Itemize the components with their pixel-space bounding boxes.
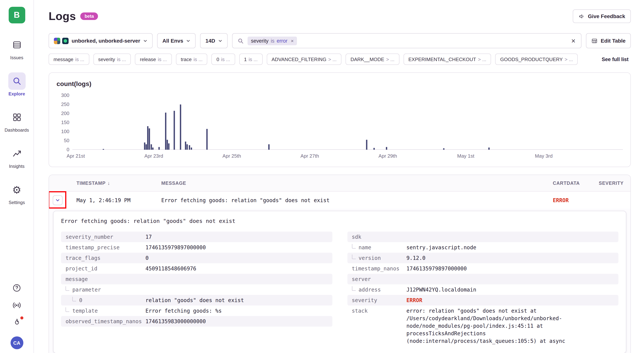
clear-search-icon[interactable]: × <box>570 37 576 44</box>
attribute-value: J12PWN42YQ.localdomain <box>406 286 614 293</box>
org-logo[interactable]: B <box>8 7 25 23</box>
attribute-row: 0relation "goods" does not exist <box>61 295 332 305</box>
attribute-chip[interactable]: 0is ... <box>212 54 235 65</box>
edit-table-button[interactable]: Edit Table <box>586 33 631 48</box>
sidebar-item-insights[interactable]: Insights <box>8 145 26 169</box>
project-icons <box>54 38 68 44</box>
chip-name: GOODS_PRODUCTQUERY <box>500 56 563 62</box>
user-avatar[interactable]: CA <box>10 336 23 349</box>
sidebar-item-label: Settings <box>9 200 25 205</box>
attribute-chip[interactable]: DARK__MODE> ... <box>346 54 399 65</box>
see-full-list-link[interactable]: See full list <box>597 54 631 65</box>
project-selector[interactable]: unborked, unborked-server <box>48 33 152 48</box>
beta-badge: beta <box>80 13 98 20</box>
chevron-down-icon <box>143 39 147 43</box>
chip-name: DARK__MODE <box>350 56 384 62</box>
chart-y-axis: 050100150200250300 <box>56 95 69 150</box>
sidebar-item-dashboards[interactable]: Dashboards <box>4 109 29 133</box>
chip-name: ADVANCED_FILTERING <box>272 56 326 62</box>
attribute-value: 1746135979897000000 <box>146 244 328 251</box>
chart-title: count(logs) <box>56 80 623 89</box>
attribute-key: timestamp_precise <box>66 244 146 251</box>
edit-table-label: Edit Table <box>601 38 626 44</box>
chip-suffix: is ... <box>117 56 126 62</box>
attribute-chip[interactable]: EXPERIMENTAL_CHECKOUT> ... <box>404 54 491 65</box>
log-detail-panel: Error fetching goods: relation "goods" d… <box>53 211 626 353</box>
column-header-timestamp[interactable]: TIMESTAMP ↓ <box>73 180 158 186</box>
whats-new-flame-icon[interactable] <box>12 317 22 327</box>
sidebar-item-issues[interactable]: Issues <box>8 36 26 60</box>
attribute-chip[interactable]: GOODS_PRODUCTQUERY> ... <box>495 54 578 65</box>
gear-icon: ⚙ <box>8 181 26 198</box>
column-header-severity[interactable]: SEVERITY <box>596 180 630 186</box>
tree-elbow <box>352 244 356 248</box>
filter-token-severity[interactable]: severity is error × <box>248 36 297 45</box>
page-header: Logs beta Give Feedback <box>48 8 631 25</box>
search-icon <box>238 38 244 44</box>
issues-icon <box>8 36 26 54</box>
expand-row-button[interactable] <box>53 195 62 205</box>
chart-x-axis: Apr 21stApr 23rdApr 25thApr 27thApr 29th… <box>56 150 623 160</box>
project-icon-unborked <box>54 38 60 44</box>
attribute-key: server <box>352 275 406 283</box>
time-range-selector[interactable]: 14D <box>200 33 228 48</box>
filter-bar: unborked, unborked-server All Envs 14D <box>48 33 631 48</box>
attribute-value: 17 <box>146 233 328 241</box>
search-input[interactable]: severity is error × × <box>232 33 582 48</box>
dashboards-grid-icon <box>8 109 26 126</box>
attribute-key: name <box>352 244 406 251</box>
attribute-chip[interactable]: releaseis ... <box>135 54 172 65</box>
attribute-row: parameter <box>61 284 332 295</box>
log-row[interactable]: May 1, 2:46:19 PM Error fetching goods: … <box>49 192 630 209</box>
y-tick-label: 300 <box>56 93 69 98</box>
chip-name: EXPERIMENTAL_CHECKOUT <box>408 56 476 62</box>
attribute-chip[interactable]: severityis ... <box>93 54 131 65</box>
attribute-chip[interactable]: ADVANCED_FILTERING> ... <box>266 54 342 65</box>
column-header-message[interactable]: MESSAGE <box>158 180 550 186</box>
attribute-row: project_id4509118548606976 <box>61 263 332 274</box>
attribute-value: 4509118548606976 <box>146 265 328 272</box>
attribute-chip[interactable]: messageis ... <box>48 54 89 65</box>
attribute-row: templateError fetching goods: %s <box>61 305 332 316</box>
broadcast-icon[interactable] <box>12 300 22 310</box>
log-detail-area: Error fetching goods: relation "goods" d… <box>49 209 630 353</box>
environment-selector[interactable]: All Envs <box>157 33 196 48</box>
column-header-cartdata[interactable]: CARTDATA <box>550 180 596 186</box>
chip-suffix: is ... <box>249 56 258 62</box>
megaphone-icon <box>578 13 585 20</box>
attribute-key: trace_flags <box>66 254 146 262</box>
logs-table-header: TIMESTAMP ↓ MESSAGE CARTDATA SEVERITY <box>49 175 630 192</box>
help-icon[interactable] <box>12 283 22 293</box>
y-tick-label: 0 <box>56 147 69 152</box>
chip-name: 1 <box>244 56 247 62</box>
app-root: B Issues Explore Dashboards <box>0 0 644 353</box>
project-selector-label: unborked, unborked-server <box>72 38 140 44</box>
attribute-row: server <box>347 274 618 284</box>
attribute-value: Error fetching goods: %s <box>146 307 328 314</box>
x-tick-label: Apr 25th <box>222 153 241 159</box>
sidebar: B Issues Explore Dashboards <box>0 0 34 353</box>
main-content: Logs beta Give Feedback unborked, unbork… <box>34 0 644 353</box>
sidebar-item-explore[interactable]: Explore <box>8 72 26 97</box>
time-range-label: 14D <box>206 38 215 44</box>
chart-plot-area[interactable] <box>72 95 623 150</box>
attribute-value: relation "goods" does not exist <box>146 296 328 304</box>
give-feedback-button[interactable]: Give Feedback <box>573 10 631 23</box>
y-tick-label: 100 <box>56 129 69 134</box>
chip-suffix: is ... <box>194 56 202 62</box>
sidebar-footer: CA <box>10 283 23 349</box>
attribute-chip[interactable]: 1is ... <box>239 54 262 65</box>
logs-table: TIMESTAMP ↓ MESSAGE CARTDATA SEVERITY Ma <box>48 175 631 353</box>
sidebar-item-settings[interactable]: ⚙ Settings <box>8 181 26 205</box>
x-tick-label: May 3rd <box>535 153 552 159</box>
attribute-key: project_id <box>66 265 146 272</box>
attribute-key: address <box>352 286 406 293</box>
x-tick-label: May 1st <box>457 153 474 159</box>
logs-count-chart-card: count(logs) 050100150200250300 Apr 21stA… <box>48 72 631 167</box>
token-remove-icon[interactable]: × <box>291 38 294 44</box>
tree-elbow <box>72 297 76 301</box>
attribute-chip[interactable]: traceis ... <box>176 54 208 65</box>
logs-bar-chart: 050100150200250300 <box>56 95 623 150</box>
attribute-row: version9.12.0 <box>347 253 618 263</box>
attribute-key: severity_number <box>66 233 146 241</box>
